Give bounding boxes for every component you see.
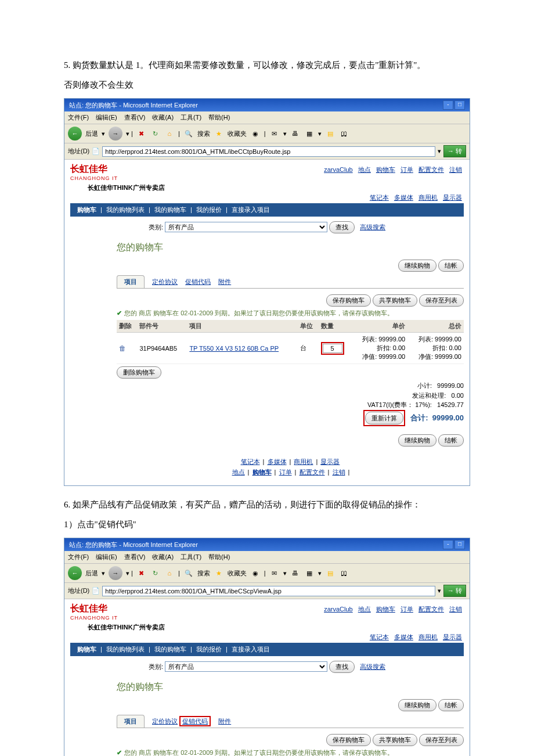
save-cart-button[interactable]: 保存购物车 <box>326 294 371 307</box>
link-cart[interactable]: 购物车 <box>376 606 395 613</box>
edit-icon[interactable]: ▦ <box>304 568 315 578</box>
favorites-label[interactable]: 收藏夹 <box>228 129 247 138</box>
find-button[interactable]: 查找 <box>329 221 355 233</box>
category-select[interactable]: 所有产品 <box>165 222 327 232</box>
checkout-button-2[interactable]: 结帐 <box>438 434 464 447</box>
nav-mycart[interactable]: 我的购物车 <box>154 646 186 653</box>
link-logout[interactable]: 注销 <box>449 166 462 173</box>
research-icon[interactable]: 🕮 <box>339 128 349 139</box>
maximize-icon[interactable]: □ <box>454 540 465 549</box>
continue-button[interactable]: 继续购物 <box>398 260 436 272</box>
nav-list[interactable]: 我的购物列表 <box>106 206 145 213</box>
tab-item[interactable]: 项目 <box>117 275 145 288</box>
tab-promo[interactable]: 促销代码 <box>182 718 208 725</box>
subnav-notebook[interactable]: 笔记本 <box>370 633 389 640</box>
item-link[interactable]: TP T550 X4 V3 512 60B Ca PP <box>189 345 279 352</box>
media-icon[interactable]: ◉ <box>250 128 261 139</box>
nav-cart[interactable]: 购物车 <box>77 646 96 653</box>
tab-attach[interactable]: 附件 <box>218 718 231 725</box>
subnav-monitor[interactable]: 显示器 <box>443 633 462 640</box>
menu-tools[interactable]: 工具(T) <box>181 553 201 561</box>
search-label[interactable]: 搜索 <box>197 569 210 578</box>
home-icon[interactable]: ⌂ <box>164 568 175 578</box>
recalc-button[interactable]: 重新计算 <box>365 412 403 425</box>
refresh-icon[interactable]: ↻ <box>150 128 161 139</box>
url-input[interactable] <box>102 586 435 596</box>
nav-direct[interactable]: 直接录入项目 <box>232 646 270 653</box>
back-label[interactable]: 后退 <box>85 129 98 138</box>
foot-mon[interactable]: 显示器 <box>320 458 340 465</box>
link-order[interactable]: 订单 <box>400 606 413 613</box>
link-site[interactable]: 地点 <box>358 166 371 173</box>
find-button[interactable]: 查找 <box>329 661 355 673</box>
nav-quote[interactable]: 我的报价 <box>196 646 222 653</box>
subnav-business[interactable]: 商用机 <box>418 633 438 640</box>
favorites-icon[interactable]: ★ <box>214 128 224 139</box>
advanced-search[interactable]: 高级搜索 <box>360 224 385 231</box>
share-cart-button[interactable]: 共享购物车 <box>373 734 417 746</box>
menu-edit[interactable]: 编辑(E) <box>96 553 117 561</box>
edit-icon[interactable]: ▦ <box>304 128 315 139</box>
continue-button-2[interactable]: 继续购物 <box>398 434 436 447</box>
link-cart[interactable]: 购物车 <box>376 166 395 173</box>
save-cart-button[interactable]: 保存购物车 <box>326 734 371 746</box>
tab-attach[interactable]: 附件 <box>218 278 231 285</box>
nav-list[interactable]: 我的购物列表 <box>106 646 145 653</box>
link-config[interactable]: 配置文件 <box>418 166 444 173</box>
go-button[interactable]: → 转 <box>443 145 466 157</box>
word-icon[interactable]: ▤ <box>325 568 335 578</box>
link-config[interactable]: 配置文件 <box>418 606 444 613</box>
subnav-notebook[interactable]: 笔记本 <box>370 194 389 201</box>
mail-icon[interactable]: ✉ <box>269 568 280 578</box>
foot-cart[interactable]: 购物车 <box>252 469 272 476</box>
continue-button[interactable]: 继续购物 <box>398 699 436 711</box>
back-icon[interactable]: ← <box>68 127 82 141</box>
tab-pricing[interactable]: 定价协议 <box>152 718 178 725</box>
word-icon[interactable]: ▤ <box>325 128 335 139</box>
checkout-button[interactable]: 结帐 <box>438 699 464 711</box>
share-cart-button[interactable]: 共享购物车 <box>373 294 417 307</box>
media-icon[interactable]: ◉ <box>250 568 261 578</box>
save-list-button[interactable]: 保存至列表 <box>419 734 464 746</box>
tab-item[interactable]: 项目 <box>117 715 145 728</box>
advanced-search[interactable]: 高级搜索 <box>360 663 385 670</box>
menu-file[interactable]: 文件(F) <box>68 113 89 122</box>
tab-promo[interactable]: 促销代码 <box>185 278 211 285</box>
tab-pricing[interactable]: 定价协议 <box>152 278 178 285</box>
minimize-icon[interactable]: - <box>443 100 453 110</box>
search-icon[interactable]: 🔍 <box>183 128 194 139</box>
link-zarvaclub[interactable]: zarvaClub <box>324 166 353 173</box>
search-icon[interactable]: 🔍 <box>183 568 194 578</box>
menu-favorites[interactable]: 收藏(A) <box>152 113 174 122</box>
back-label[interactable]: 后退 <box>85 569 98 578</box>
link-order[interactable]: 订单 <box>400 166 413 173</box>
menu-tools[interactable]: 工具(T) <box>181 113 201 122</box>
qty-input[interactable] <box>323 344 342 353</box>
menu-help[interactable]: 帮助(H) <box>208 113 230 122</box>
mail-icon[interactable]: ✉ <box>269 128 280 139</box>
go-button[interactable]: → 转 <box>443 585 466 597</box>
save-list-button[interactable]: 保存至列表 <box>419 294 464 307</box>
print-icon[interactable]: 🖶 <box>290 128 301 139</box>
home-icon[interactable]: ⌂ <box>164 128 175 139</box>
research-icon[interactable]: 🕮 <box>339 568 349 578</box>
foot-site[interactable]: 地点 <box>232 469 245 476</box>
nav-direct[interactable]: 直接录入项目 <box>232 206 270 213</box>
minimize-icon[interactable]: - <box>443 540 453 549</box>
menu-view[interactable]: 查看(V) <box>124 113 146 122</box>
favorites-icon[interactable]: ★ <box>214 568 224 578</box>
foot-order[interactable]: 订单 <box>279 469 292 476</box>
forward-icon[interactable]: → <box>109 127 122 141</box>
forward-icon[interactable]: → <box>109 566 122 580</box>
link-zarvaclub[interactable]: zarvaClub <box>324 606 353 613</box>
favorites-label[interactable]: 收藏夹 <box>228 569 247 578</box>
nav-mycart[interactable]: 我的购物车 <box>154 206 186 213</box>
print-icon[interactable]: 🖶 <box>290 568 301 578</box>
foot-nb[interactable]: 笔记本 <box>241 458 260 465</box>
subnav-monitor[interactable]: 显示器 <box>443 194 462 201</box>
menu-edit[interactable]: 编辑(E) <box>96 113 117 122</box>
refresh-icon[interactable]: ↻ <box>150 568 161 578</box>
foot-config[interactable]: 配置文件 <box>300 469 325 476</box>
link-site[interactable]: 地点 <box>358 606 371 613</box>
menu-file[interactable]: 文件(F) <box>68 553 89 561</box>
